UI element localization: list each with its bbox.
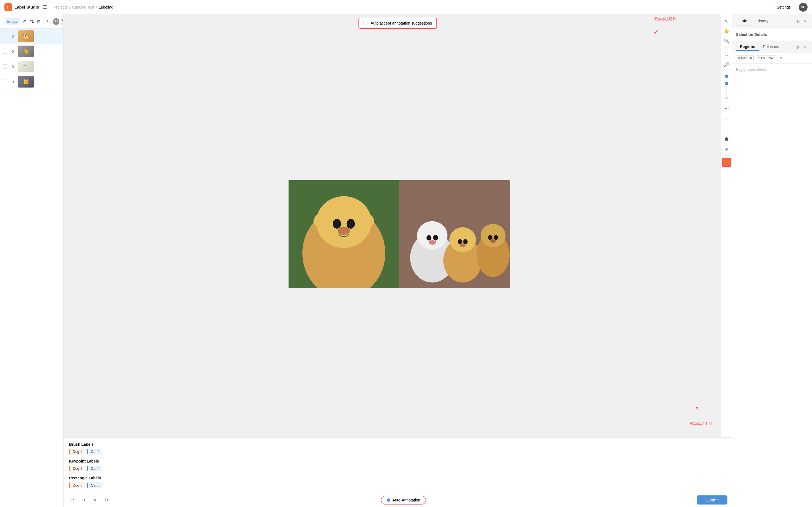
item-thumbnail: 🐈 [18,46,34,57]
list-view-btn[interactable]: ⊟ [35,18,42,25]
auto-accept-checkbox[interactable] [363,21,368,25]
zoom-out-btn[interactable]: 🔎 [722,60,731,69]
brush-cat-label[interactable]: Cat 2 [87,449,102,455]
zoom-in-btn[interactable]: 🔍 [722,37,731,45]
main-image [289,180,510,288]
keypoint-labels-title: Keypoint Labels [69,459,726,463]
add-annotation-btn[interactable]: + [44,17,51,25]
cn-annotation-accept: 接受标注建议 [653,16,676,21]
hand-tool-btn[interactable]: ✋ [722,26,731,35]
svg-point-16 [458,239,462,244]
logo: 🏷 Label Studio [4,3,39,11]
select-all-checkbox[interactable] [3,19,3,24]
keypoints-btn[interactable]: ⠿ [722,50,731,59]
clear-btn[interactable]: ✕ [91,496,99,504]
item-checkbox[interactable] [3,64,7,69]
list-item[interactable]: 0 🐩 [0,59,63,74]
filter-icon[interactable]: ⟳ [780,56,783,60]
brush-tool-btn[interactable]: 〜 [722,105,731,113]
arrow-icon-1: ↙ [654,28,659,35]
labels-section: Brush Labels Dog 1 Cat 2 Keypoint Labels [63,437,732,493]
breadcrumb: Projects / Cat/Dog Test / Labeling [54,5,113,9]
collapse-panel-btn[interactable]: ✕ [803,18,808,24]
image-right-panel [399,180,510,288]
tab-regions[interactable]: Regions [736,43,759,51]
brush-dog-name: Dog [73,450,79,454]
arrow-icon-2: ↖ [695,405,700,412]
rectangle-cat-label[interactable]: Cat 6 [87,483,102,488]
rectangle-cat-name: Cat [91,483,96,488]
rectangle-cat-count: 6 [98,484,100,488]
dog-image-1 [289,180,399,288]
rectangle-dog-label[interactable]: Dog 5 [69,483,85,488]
auto-accept-popup: Auto accept annotation suggestions [358,18,437,29]
keypoint-label-tags: Dog 3 Cat 4 [69,465,726,471]
close-regions-btn[interactable]: ✕ [803,44,808,50]
brush-dog-label[interactable]: Dog 1 [69,449,85,455]
right-panel: Info History ▷ ✕ Selection Details Regio… [732,14,812,507]
regions-sort-bar: ≡ Manual □ By Time ↑ ⟳ [732,53,812,63]
keypoint-dog-name: Dog [73,466,79,470]
item-count: 0 [9,34,16,38]
settings-button[interactable]: Settings [772,3,796,11]
sort-manual-btn[interactable]: ≡ Manual [736,56,754,61]
auto-annotation-tool-btn[interactable] [722,158,731,167]
avatar: SH [799,3,808,12]
keypoint-dog-label[interactable]: Dog 3 [69,465,85,471]
svg-point-5 [338,227,350,235]
expand-panel-btn[interactable]: ▷ [796,18,802,24]
list-item[interactable]: 0 🐱 [0,74,63,90]
breadcrumb-cat-dog[interactable]: Cat/Dog Test [72,5,94,9]
rectangle-tool-btn[interactable]: ▭ [722,124,731,133]
breadcrumb-current: Labeling [99,5,113,9]
item-checkbox[interactable] [3,34,7,38]
image-view-btn[interactable]: image [5,18,20,24]
polygon-tool-btn[interactable]: ⬟ [722,134,731,143]
rectangle-labels-group: Rectangle Labels Dog 5 Cat 6 [69,476,726,488]
left-sidebar: image ⊞ #1 ⊟ + SH shenvinci #oeOW4 secon… [0,14,63,507]
item-checkbox[interactable] [3,49,7,54]
slider-thumb[interactable] [725,82,728,85]
top-nav: 🏷 Label Studio ☰ Projects / Cat/Dog Test… [0,0,812,14]
regions-empty-label: Regions not added [736,67,766,71]
adjust-btn[interactable]: ⚙ [102,496,110,504]
breadcrumb-projects[interactable]: Projects [54,5,68,9]
expand-regions-btn[interactable]: ▷ [796,44,802,50]
annotator-time: seconds ago [61,22,63,25]
cursor-tool-btn[interactable]: ↖ [722,16,731,25]
svg-point-11 [426,235,432,240]
submit-btn[interactable]: Submit [697,495,727,505]
brush-size-slider[interactable] [725,73,728,100]
list-item[interactable]: 0 🐈 [0,44,63,59]
svg-point-21 [488,235,493,240]
image-list: 0 🐕 0 🐈 0 🐩 0 🐱 [0,29,63,507]
item-thumbnail: 🐕 [18,31,34,42]
list-item[interactable]: 0 🐕 [0,29,63,44]
sort-by-time-label: By Time ↑ [761,56,776,60]
slider-top-indicator [725,74,728,78]
keypoint-cat-label[interactable]: Cat 4 [87,465,102,471]
slider-track[interactable] [726,79,727,96]
svg-point-18 [460,243,466,247]
grid-view-btn[interactable]: ⊞ [21,18,28,25]
tab-history[interactable]: History [752,17,773,25]
sort-manual-icon: ≡ [738,56,740,60]
selection-details-title: Selection Details [736,32,808,37]
item-count: 0 [9,65,16,69]
dog-image-2 [399,180,510,288]
redo-btn[interactable]: ↪ [79,496,87,504]
auto-annotation-btn[interactable]: Auto-Annotation [381,496,426,505]
brush-labels-title: Brush Labels [69,442,726,447]
hamburger-icon[interactable]: ☰ [43,4,47,10]
eraser-tool-btn[interactable]: ◈ [722,145,731,153]
brush-dog-count: 1 [81,450,82,454]
tab-relations[interactable]: Relations [759,43,783,51]
sort-manual-label: Manual [741,56,752,60]
item-checkbox[interactable] [3,79,7,84]
bottom-toolbar: ↩ ↪ ✕ ⚙ Auto-Annotation Submit [63,493,732,507]
tab-info[interactable]: Info [736,17,752,25]
sort-by-time-btn[interactable]: □ By Time ↑ [756,56,777,61]
dots-tool-btn[interactable]: ⁘ [722,115,731,123]
undo-btn[interactable]: ↩ [68,496,76,504]
svg-point-23 [490,239,496,243]
